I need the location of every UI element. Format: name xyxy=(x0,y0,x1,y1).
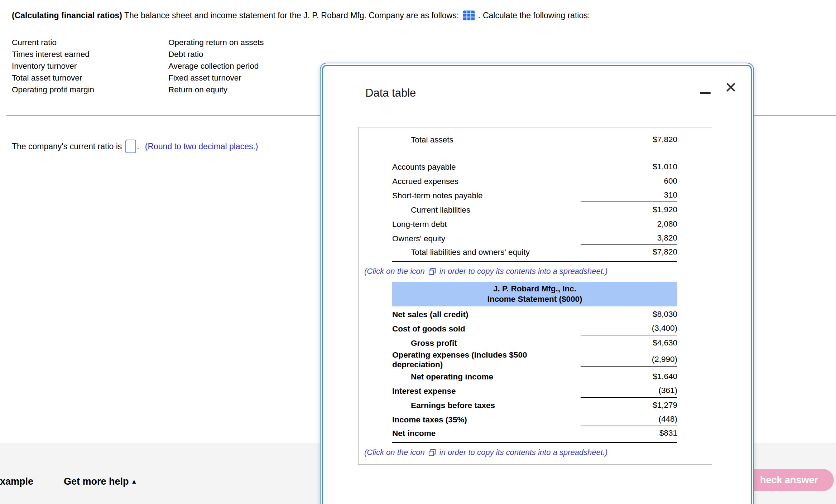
table-spacer xyxy=(392,147,677,160)
row-label: Current liabilities xyxy=(392,205,581,215)
company-name: J. P. Robard Mfg., Inc. xyxy=(392,284,677,294)
table-row: Total liabilities and owners' equity$7,8… xyxy=(392,246,677,262)
view-example-link[interactable]: xample xyxy=(0,476,33,487)
problem-intro: The balance sheet and income statement f… xyxy=(124,11,459,20)
row-label: Total assets xyxy=(392,135,581,145)
row-value: $7,820 xyxy=(581,246,677,258)
row-label: Net operating income xyxy=(392,372,581,382)
table-row: Operating expenses (includes $500 deprec… xyxy=(392,350,677,369)
row-label: Long-term debt xyxy=(392,219,581,229)
row-label: Net income xyxy=(392,428,581,438)
copy-note-prefix: (Click on the icon xyxy=(364,448,425,457)
copy-note-suffix: in order to copy its contents into a spr… xyxy=(439,267,608,276)
row-value: 600 xyxy=(581,175,677,188)
row-label: Interest expense xyxy=(392,386,581,396)
page: (Calculating financial ratios) The balan… xyxy=(0,0,836,504)
data-table-modal: Data table ✕ Total assets$7,820Accounts … xyxy=(320,63,754,504)
table-row: Net sales (all credit)$8,030 xyxy=(392,307,677,321)
ratio-list-left: Current ratioTimes interest earnedInvent… xyxy=(12,37,168,96)
table-row: Interest expense(361) xyxy=(392,384,677,398)
data-table-modal-inner: Data table ✕ Total assets$7,820Accounts … xyxy=(322,65,752,504)
balance-sheet-table: Total assets$7,820Accounts payable$1,010… xyxy=(392,132,677,262)
row-value: $1,640 xyxy=(581,370,677,383)
table-row: Cost of goods sold(3,400) xyxy=(392,321,677,336)
row-label: Net sales (all credit) xyxy=(392,310,581,319)
answer-input[interactable] xyxy=(125,140,136,153)
ratio-item: Times interest earned xyxy=(12,48,168,60)
row-label: Gross profit xyxy=(392,338,581,348)
ratio-item: Current ratio xyxy=(12,37,168,48)
spreadsheet-icon[interactable] xyxy=(462,10,475,21)
table-row: Current liabilities$1,920 xyxy=(392,203,677,217)
problem-text: (Calculating financial ratios) The balan… xyxy=(12,11,590,20)
statement-title: Income Statement ($000) xyxy=(392,294,677,304)
table-row: Short-term notes payable310 xyxy=(392,188,677,203)
question-row: The company's current ratio is . (Round … xyxy=(12,140,258,153)
problem-statement: (Calculating financial ratios) The balan… xyxy=(12,10,821,21)
problem-title: (Calculating financial ratios) xyxy=(12,11,122,20)
row-value: (3,400) xyxy=(581,322,677,335)
ratio-item: Total asset turnover xyxy=(12,72,168,84)
table-row: Income taxes (35%)(448) xyxy=(392,412,677,427)
copy-note-prefix: (Click on the icon xyxy=(364,267,425,276)
row-label: Accrued expenses xyxy=(392,176,581,186)
ratio-item: Debt ratio xyxy=(168,48,264,60)
row-value: $1,279 xyxy=(581,399,677,412)
ratio-item: Inventory turnover xyxy=(12,60,168,72)
problem-after-icon: . Calculate the following ratios: xyxy=(478,11,590,20)
copy-note-balance-sheet: (Click on the icon in order to copy its … xyxy=(364,267,707,276)
row-value: $7,820 xyxy=(581,133,677,146)
row-value: $1,010 xyxy=(581,160,677,173)
row-value: $831 xyxy=(581,427,677,440)
row-label: Earnings before taxes xyxy=(392,401,581,410)
get-more-help-label: Get more help xyxy=(64,476,129,487)
row-label: Income taxes (35%) xyxy=(392,415,581,425)
row-value: 310 xyxy=(581,189,677,202)
table-row: Gross profit$4,630 xyxy=(392,336,677,350)
row-value: (448) xyxy=(581,413,677,426)
get-more-help-menu[interactable]: Get more help▴ xyxy=(64,476,136,487)
row-value: $8,030 xyxy=(581,308,677,321)
table-row: Total assets$7,820 xyxy=(392,132,677,147)
row-label: Cost of goods sold xyxy=(392,324,581,334)
modal-title: Data table xyxy=(365,87,416,100)
table-row: Net income$831 xyxy=(392,427,677,443)
income-statement-header: J. P. Robard Mfg., Inc. Income Statement… xyxy=(392,282,677,306)
row-label: Operating expenses (includes $500 deprec… xyxy=(392,350,581,369)
table-row: Owners' equity3,820 xyxy=(392,231,677,246)
income-statement-table: Net sales (all credit)$8,030Cost of good… xyxy=(392,307,677,443)
row-label: Owners' equity xyxy=(392,234,581,243)
row-value: (361) xyxy=(581,384,677,398)
table-row: Accrued expenses600 xyxy=(392,174,677,188)
copy-icon[interactable] xyxy=(428,267,436,276)
row-value: $1,920 xyxy=(581,203,677,216)
copy-icon[interactable] xyxy=(428,449,436,457)
close-button[interactable]: ✕ xyxy=(725,80,737,95)
ratio-item: Operating profit margin xyxy=(12,84,168,96)
row-value: 3,820 xyxy=(581,232,677,245)
check-answer-button[interactable]: heck answer xyxy=(744,469,834,491)
table-row: Accounts payable$1,010 xyxy=(392,160,677,174)
row-value: $4,630 xyxy=(581,336,677,349)
minimize-button[interactable] xyxy=(700,89,712,97)
minimize-icon xyxy=(700,92,711,94)
question-suffix: . xyxy=(137,142,139,151)
ratio-item: Average collection period xyxy=(168,60,264,72)
row-label: Accounts payable xyxy=(392,162,581,172)
row-label: Total liabilities and owners' equity xyxy=(392,247,581,257)
table-row: Earnings before taxes$1,279 xyxy=(392,398,677,412)
close-icon: ✕ xyxy=(725,79,737,96)
copy-note-suffix: in order to copy its contents into a spr… xyxy=(439,448,608,457)
ratio-item: Return on equity xyxy=(168,84,264,96)
ratio-item: Fixed asset turnover xyxy=(168,72,264,84)
row-value: (2,990) xyxy=(581,353,677,367)
data-table-box: Total assets$7,820Accounts payable$1,010… xyxy=(358,127,712,465)
ratio-list-right: Operating return on assetsDebt ratioAver… xyxy=(168,37,264,96)
rounding-hint: (Round to two decimal places.) xyxy=(145,142,258,151)
table-row: Long-term debt2,080 xyxy=(392,217,677,231)
question-prefix: The company's current ratio is xyxy=(12,142,122,151)
row-value: 2,080 xyxy=(581,218,677,231)
table-row: Net operating income$1,640 xyxy=(392,369,677,384)
chevron-up-icon: ▴ xyxy=(133,478,136,485)
ratio-list: Current ratioTimes interest earnedInvent… xyxy=(12,37,264,96)
